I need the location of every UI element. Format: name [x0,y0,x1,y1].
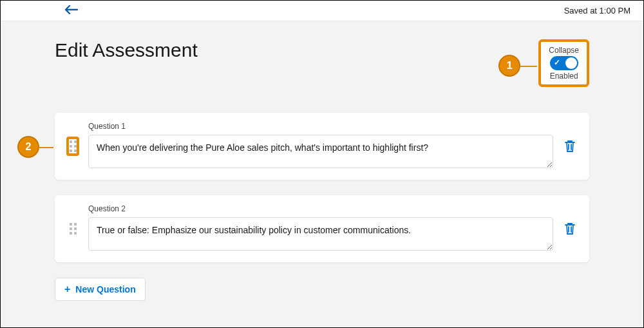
back-arrow-icon[interactable] [65,5,78,17]
drag-handle-icon[interactable] [66,219,79,238]
collapse-state-label: Enabled [550,72,578,81]
delete-button[interactable] [562,221,578,236]
trash-icon [564,140,576,153]
callout-line-2 [39,147,53,148]
question-label: Question 2 [88,204,553,213]
question-textarea[interactable] [88,135,553,168]
toggle-knob [565,57,577,69]
collapse-label: Collapse [549,46,579,55]
plus-icon: + [64,284,70,295]
delete-button[interactable] [562,139,578,154]
question-body: Question 2 [88,204,553,253]
collapse-toggle-box: Collapse ✓ Enabled [538,39,589,87]
trash-icon [564,222,576,235]
question-body: Question 1 [88,122,553,171]
collapse-toggle[interactable]: ✓ [550,56,578,70]
drag-handle-icon[interactable] [66,137,79,156]
page-header: Edit Assessment 1 Collapse ✓ Enabled [55,39,589,87]
new-question-label: New Question [75,284,135,294]
callout-line-1 [520,66,537,67]
saved-timestamp: Saved at 1:00 PM [564,6,630,15]
page-title: Edit Assessment [55,39,198,61]
question-card: 2 Question 1 [55,113,589,180]
checkmark-icon: ✓ [554,58,560,67]
new-question-button[interactable]: + New Question [55,278,146,301]
content-area: Edit Assessment 1 Collapse ✓ Enabled 2 [1,21,643,327]
callout-badge-2: 2 [17,136,39,158]
callout-badge-1: 1 [498,55,520,77]
topbar: Saved at 1:00 PM [1,1,643,21]
question-label: Question 1 [88,122,553,131]
question-card: Question 2 [55,195,589,262]
question-textarea[interactable] [88,217,553,251]
